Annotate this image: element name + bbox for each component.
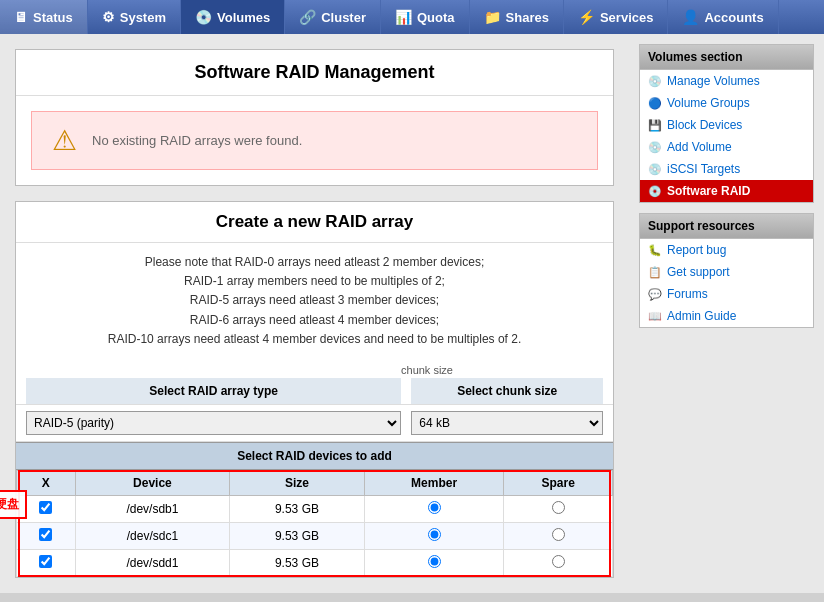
raid-management-box: Software RAID Management ⚠ No existing R… [15,49,614,186]
nav-cluster[interactable]: 🔗 Cluster [285,0,381,34]
chunk-size-header: Select chunk size [411,378,603,404]
chunk-size-label: chunk size [16,359,613,378]
col-spare: Spare [504,470,613,495]
iscsi-icon: 💿 [648,163,662,176]
device-name-2: /dev/sdd1 [75,549,229,576]
volumes-icon: 💿 [195,9,212,25]
sidebar-item-manage-volumes[interactable]: 💿 Manage Volumes [640,70,813,92]
create-raid-section: Create a new RAID array Please note that… [15,201,614,578]
raid-type-select[interactable]: RAID-5 (parity) RAID-0 (stripe) RAID-1 (… [26,411,401,435]
accounts-icon: 👤 [682,9,699,25]
chunk-size-select[interactable]: 64 kB 32 kB 128 kB 256 kB [411,411,603,435]
sidebar-item-report-bug[interactable]: 🐛 Report bug [640,239,813,261]
forums-icon: 💬 [648,288,662,301]
warning-icon: ⚠ [52,124,77,157]
device-member-radio-1[interactable] [428,528,441,541]
get-support-icon: 📋 [648,266,662,279]
table-row: /dev/sdd1 9.53 GB [17,549,613,576]
info-line-3: RAID-5 arrays need atleast 3 member devi… [190,293,439,307]
table-row: /dev/sdc1 9.53 GB [17,522,613,549]
annotation-chinese: 选择需要做RAID卷硬盘 [0,490,27,519]
info-line-5: RAID-10 arrays need atleast 4 member dev… [108,332,522,346]
report-bug-icon: 🐛 [648,244,662,257]
device-size-1: 9.53 GB [230,522,365,549]
raid-type-header: Select RAID array type [26,378,401,404]
sidebar-item-forums[interactable]: 💬 Forums [640,283,813,305]
sidebar-item-block-devices[interactable]: 💾 Block Devices [640,114,813,136]
col-member: Member [364,470,504,495]
admin-guide-icon: 📖 [648,310,662,323]
device-size-2: 9.53 GB [230,549,365,576]
volumes-sidebar-section: Volumes section 💿 Manage Volumes 🔵 Volum… [639,44,814,203]
volumes-section-title: Volumes section [640,45,813,70]
sidebar-item-software-raid[interactable]: 💿 Software RAID [640,180,813,202]
sidebar-item-add-volume[interactable]: 💿 Add Volume [640,136,813,158]
top-navigation: 🖥 Status ⚙ System 💿 Volumes 🔗 Cluster 📊 … [0,0,824,34]
support-section-title: Support resources [640,214,813,239]
device-name-1: /dev/sdc1 [75,522,229,549]
sidebar-item-iscsi-targets[interactable]: 💿 iSCSI Targets [640,158,813,180]
device-checkbox-1[interactable] [39,528,52,541]
quota-icon: 📊 [395,9,412,25]
nav-shares[interactable]: 📁 Shares [470,0,564,34]
sidebar-item-get-support[interactable]: 📋 Get support [640,261,813,283]
device-checkbox-0[interactable] [39,501,52,514]
content-area: Software RAID Management ⚠ No existing R… [0,34,629,593]
nav-status[interactable]: 🖥 Status [0,0,88,34]
manage-volumes-icon: 💿 [648,75,662,88]
col-device: Device [75,470,229,495]
raid-inputs: RAID-5 (parity) RAID-0 (stripe) RAID-1 (… [16,405,613,442]
device-spare-radio-2[interactable] [552,555,565,568]
raid-type-chunk-headers: Select RAID array type Select chunk size [16,378,613,405]
info-line-2: RAID-1 array members need to be multiple… [184,274,445,288]
software-raid-icon: 💿 [648,185,662,198]
device-name-0: /dev/sdb1 [75,495,229,522]
page-title: Software RAID Management [16,50,613,96]
services-icon: ⚡ [578,9,595,25]
warning-box: ⚠ No existing RAID arrays were found. [31,111,598,170]
device-member-radio-0[interactable] [428,501,441,514]
info-line-1: Please note that RAID-0 arrays need atle… [145,255,485,269]
sidebar-item-volume-groups[interactable]: 🔵 Volume Groups [640,92,813,114]
block-devices-icon: 💾 [648,119,662,132]
volume-groups-icon: 🔵 [648,97,662,110]
warning-text: No existing RAID arrays were found. [92,133,302,148]
device-size-0: 9.53 GB [230,495,365,522]
device-checkbox-2[interactable] [39,555,52,568]
add-volume-icon: 💿 [648,141,662,154]
nav-volumes[interactable]: 💿 Volumes [181,0,285,34]
main-layout: Software RAID Management ⚠ No existing R… [0,34,824,593]
system-icon: ⚙ [102,9,115,25]
nav-services[interactable]: ⚡ Services [564,0,669,34]
device-table: X Device Size Member Spare /dev/sdb1 [16,470,613,577]
sidebar-item-admin-guide[interactable]: 📖 Admin Guide [640,305,813,327]
table-row: /dev/sdb1 9.53 GB [17,495,613,522]
device-member-radio-2[interactable] [428,555,441,568]
nav-accounts[interactable]: 👤 Accounts [668,0,778,34]
info-line-4: RAID-6 arrays need atleast 4 member devi… [190,313,439,327]
support-sidebar-section: Support resources 🐛 Report bug 📋 Get sup… [639,213,814,328]
device-table-wrapper: 选择需要做RAID卷硬盘 X Device Size Member Spare [16,470,613,577]
create-title: Create a new RAID array [16,202,613,243]
create-info: Please note that RAID-0 arrays need atle… [16,243,613,359]
shares-icon: 📁 [484,9,501,25]
cluster-icon: 🔗 [299,9,316,25]
nav-system[interactable]: ⚙ System [88,0,181,34]
col-size: Size [230,470,365,495]
status-icon: 🖥 [14,9,28,25]
device-spare-radio-0[interactable] [552,501,565,514]
sidebar: Volumes section 💿 Manage Volumes 🔵 Volum… [629,34,824,593]
nav-quota[interactable]: 📊 Quota [381,0,470,34]
device-table-header: Select RAID devices to add [16,442,613,470]
device-spare-radio-1[interactable] [552,528,565,541]
